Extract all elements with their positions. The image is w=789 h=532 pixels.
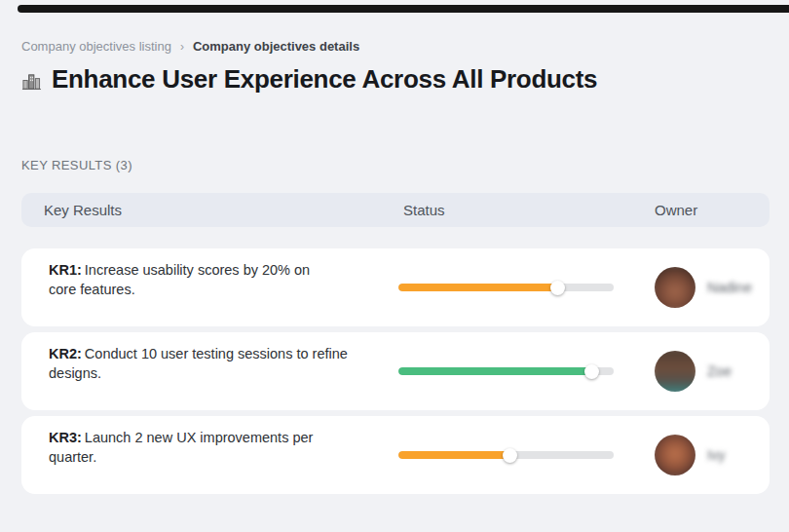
kr-row-1: KR1:Increase usability scores by 20% on … [21,248,770,326]
page-title-row: Enhance User Experience Across All Produ… [21,64,597,95]
kr-2-owner-cell: Zoe [655,351,770,392]
column-header-status: Status [403,202,655,218]
breadcrumb-item-details: Company objectives details [193,39,359,54]
slider-track [398,284,614,291]
kr-3-status-cell [398,447,655,463]
progress-slider[interactable] [398,280,614,295]
owner-avatar [655,267,695,308]
kr-3-id: KR3: [49,430,82,445]
kr-1-status-cell [398,280,655,295]
key-results-count-label: KEY RESULTS (3) [21,158,132,172]
kr-3-text: KR3:Launch 2 new UX improvements per qua… [49,416,398,467]
kr-row-3: KR3:Launch 2 new UX improvements per qua… [21,416,770,494]
slider-fill [398,451,510,459]
owner-name: Nadine [707,280,752,295]
kr-3-owner-cell: Ivy [655,435,770,475]
slider-track [398,367,614,375]
kr-1-text: KR1:Increase usability scores by 20% on … [49,248,398,299]
buildings-icon [21,71,42,92]
owner-name: Zoe [707,363,732,379]
kr-3-description: Launch 2 new UX improvements per quarter… [49,430,313,465]
progress-slider[interactable] [398,447,614,463]
progress-slider[interactable] [398,363,614,379]
column-header-owner: Owner [655,202,770,218]
kr-1-owner-cell: Nadine [655,267,770,308]
top-bar [18,5,789,13]
owner-name: Ivy [707,447,726,463]
kr-1-id: KR1: [49,262,82,278]
slider-fill [398,367,592,375]
kr-row-2: KR2:Conduct 10 user testing sessions to … [21,332,770,410]
kr-1-description: Increase usability scores by 20% on core… [49,262,310,297]
kr-2-text: KR2:Conduct 10 user testing sessions to … [49,332,398,383]
objective-details-page: Company objectives listing › Company obj… [0,0,789,532]
slider-knob[interactable] [584,364,599,379]
chevron-right-icon: › [180,40,184,54]
slider-knob[interactable] [550,281,565,295]
kr-2-id: KR2: [49,346,82,361]
breadcrumb: Company objectives listing › Company obj… [21,39,359,54]
kr-2-description: Conduct 10 user testing sessions to refi… [49,346,348,381]
column-header-key-results: Key Results [44,202,403,218]
kr-2-status-cell [398,363,655,379]
slider-knob[interactable] [503,448,517,463]
owner-avatar [655,435,695,475]
slider-fill [398,284,558,291]
table-header: Key Results Status Owner [21,193,770,227]
breadcrumb-item-listing[interactable]: Company objectives listing [21,39,171,54]
page-title: Enhance User Experience Across All Produ… [52,64,597,95]
owner-avatar [655,351,695,392]
key-results-list: KR1:Increase usability scores by 20% on … [21,248,770,500]
